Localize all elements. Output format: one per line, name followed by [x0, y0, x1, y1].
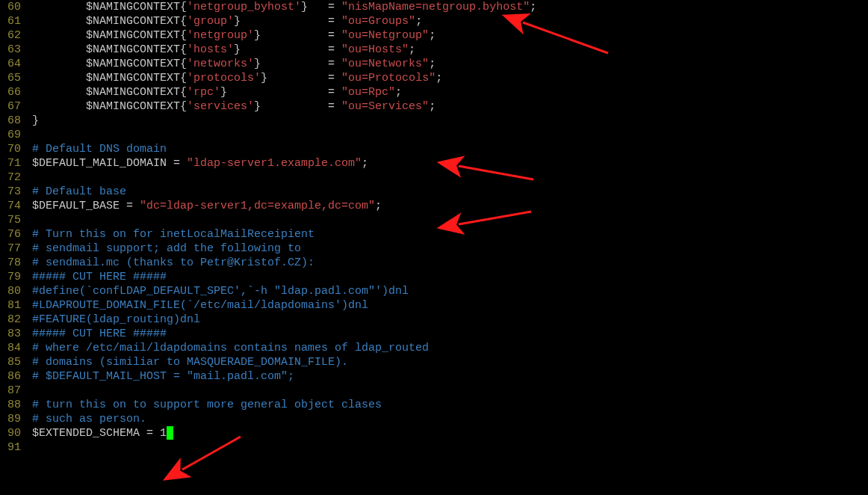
code-token: $NAMINGCONTEXT{: [25, 86, 187, 99]
code-line[interactable]: 84 # where /etc/mail/ldapdomains contain…: [0, 341, 868, 355]
code-content[interactable]: }: [25, 114, 868, 128]
code-line[interactable]: 73 # Default base: [0, 185, 868, 199]
code-line[interactable]: 63 $NAMINGCONTEXT{'hosts'} = "ou=Hosts";: [0, 43, 868, 57]
code-line[interactable]: 67 $NAMINGCONTEXT{'services'} = "ou=Serv…: [0, 99, 868, 114]
code-content[interactable]: [25, 213, 868, 227]
code-content[interactable]: # domains (similiar to MASQUERADE_DOMAIN…: [25, 355, 868, 369]
code-content[interactable]: #FEATURE(ldap_routing)dnl: [25, 313, 868, 327]
code-token: # sendmail support; add the following to: [25, 242, 301, 255]
code-line[interactable]: 65 $NAMINGCONTEXT{'protocols'} = "ou=Pro…: [0, 71, 868, 85]
code-line[interactable]: 78 # sendmail.mc (thanks to Petr@Kristof…: [0, 256, 868, 270]
code-content[interactable]: $NAMINGCONTEXT{'rpc'} = "ou=Rpc";: [25, 85, 868, 99]
line-number: 85: [0, 355, 25, 369]
code-token: $NAMINGCONTEXT{: [25, 58, 187, 70]
line-number: 88: [0, 398, 25, 412]
code-content[interactable]: $DEFAULT_MAIL_DOMAIN = "ldap-server1.exa…: [25, 156, 868, 170]
code-line[interactable]: 61 $NAMINGCONTEXT{'group'} = "ou=Groups"…: [0, 14, 868, 28]
code-content[interactable]: # Default DNS domain: [25, 142, 868, 156]
code-line[interactable]: 69: [0, 128, 868, 142]
code-line[interactable]: 89 # such as person.: [0, 412, 868, 426]
line-number: 63: [0, 43, 25, 57]
code-line[interactable]: 85 # domains (similiar to MASQUERADE_DOM…: [0, 355, 868, 369]
code-content[interactable]: [25, 170, 868, 185]
code-line[interactable]: 82 #FEATURE(ldap_routing)dnl: [0, 313, 868, 327]
code-line[interactable]: 70 # Default DNS domain: [0, 142, 868, 156]
code-line[interactable]: 74 $DEFAULT_BASE = "dc=ldap-server1,dc=e…: [0, 199, 868, 213]
code-line[interactable]: 66 $NAMINGCONTEXT{'rpc'} = "ou=Rpc";: [0, 85, 868, 99]
code-content[interactable]: $NAMINGCONTEXT{'hosts'} = "ou=Hosts";: [25, 43, 868, 57]
code-line[interactable]: 86 # $DEFAULT_MAIL_HOST = "mail.padl.com…: [0, 369, 868, 384]
code-line[interactable]: 79 ##### CUT HERE #####: [0, 270, 868, 284]
code-content[interactable]: # where /etc/mail/ldapdomains contains n…: [25, 341, 868, 355]
code-content[interactable]: # sendmail support; add the following to: [25, 242, 868, 256]
code-token: # such as person.: [25, 413, 146, 425]
code-line[interactable]: 91: [0, 440, 868, 455]
code-line[interactable]: 62 $NAMINGCONTEXT{'netgroup'} = "ou=Netg…: [0, 28, 868, 43]
code-content[interactable]: $NAMINGCONTEXT{'services'} = "ou=Service…: [25, 99, 868, 114]
code-line[interactable]: 76 # Turn this on for inetLocalMailRecei…: [0, 227, 868, 242]
code-line[interactable]: 75: [0, 213, 868, 227]
code-line[interactable]: 60 $NAMINGCONTEXT{'netgroup_byhost'} = "…: [0, 0, 868, 14]
code-line[interactable]: 80 #define(`confLDAP_DEFAULT_SPEC',`-h "…: [0, 284, 868, 298]
code-content[interactable]: ##### CUT HERE #####: [25, 270, 868, 284]
code-editor[interactable]: 60 $NAMINGCONTEXT{'netgroup_byhost'} = "…: [0, 0, 868, 455]
code-token: } =: [234, 43, 341, 56]
line-number: 67: [0, 99, 25, 114]
code-token: 'netgroup_byhost': [187, 1, 301, 13]
line-number: 80: [0, 284, 25, 298]
code-line[interactable]: 88 # turn this on to support more genera…: [0, 398, 868, 412]
line-number: 84: [0, 341, 25, 355]
code-content[interactable]: $NAMINGCONTEXT{'netgroup'} = "ou=Netgrou…: [25, 28, 868, 43]
line-number: 61: [0, 14, 25, 28]
code-token: ;: [429, 58, 435, 70]
code-token: #define(`confLDAP_DEFAULT_SPEC',`-h "lda…: [25, 285, 409, 298]
code-token: # $DEFAULT_MAIL_HOST = "mail.padl.com";: [25, 370, 294, 383]
code-token: $NAMINGCONTEXT{: [25, 100, 187, 113]
code-token: ;: [429, 100, 435, 113]
code-line[interactable]: 83 ##### CUT HERE #####: [0, 327, 868, 341]
code-line[interactable]: 71 $DEFAULT_MAIL_DOMAIN = "ldap-server1.…: [0, 156, 868, 170]
code-token: $DEFAULT_MAIL_DOMAIN =: [25, 157, 187, 170]
code-token: $EXTENDED_SCHEMA = 1: [25, 427, 167, 440]
line-number: 66: [0, 85, 25, 99]
code-line[interactable]: 81 #LDAPROUTE_DOMAIN_FILE(`/etc/mail/lda…: [0, 298, 868, 313]
code-token: #FEATURE(ldap_routing)dnl: [25, 313, 200, 326]
code-content[interactable]: $NAMINGCONTEXT{'netgroup_byhost'} = "nis…: [25, 0, 868, 14]
line-number: 73: [0, 185, 25, 199]
code-token: "dc=ldap-server1,dc=example,dc=com": [140, 200, 375, 212]
code-content[interactable]: $NAMINGCONTEXT{'protocols'} = "ou=Protoc…: [25, 71, 868, 85]
code-line[interactable]: 72: [0, 170, 868, 185]
code-content[interactable]: [25, 128, 868, 142]
code-line[interactable]: 87: [0, 384, 868, 398]
code-content[interactable]: #LDAPROUTE_DOMAIN_FILE(`/etc/mail/ldapdo…: [25, 298, 868, 313]
code-content[interactable]: # such as person.: [25, 412, 868, 426]
code-token: } =: [220, 86, 341, 99]
line-number: 76: [0, 227, 25, 242]
code-line[interactable]: 68 }: [0, 114, 868, 128]
code-token: "ou=Networks": [341, 58, 429, 70]
line-number: 87: [0, 384, 25, 398]
line-number: 81: [0, 298, 25, 313]
code-content[interactable]: [25, 440, 868, 455]
code-content[interactable]: $NAMINGCONTEXT{'networks'} = "ou=Network…: [25, 57, 868, 71]
code-token: $NAMINGCONTEXT{: [25, 29, 187, 42]
code-token: $NAMINGCONTEXT{: [25, 72, 187, 84]
code-content[interactable]: # Turn this on for inetLocalMailReceipie…: [25, 227, 868, 242]
code-content[interactable]: # Default base: [25, 185, 868, 199]
code-content[interactable]: # $DEFAULT_MAIL_HOST = "mail.padl.com";: [25, 369, 868, 384]
code-content[interactable]: $EXTENDED_SCHEMA = 1: [25, 426, 868, 440]
code-line[interactable]: 90 $EXTENDED_SCHEMA = 1: [0, 426, 868, 440]
code-content[interactable]: ##### CUT HERE #####: [25, 327, 868, 341]
code-content[interactable]: $DEFAULT_BASE = "dc=ldap-server1,dc=exam…: [25, 199, 868, 213]
code-line[interactable]: 64 $NAMINGCONTEXT{'networks'} = "ou=Netw…: [0, 57, 868, 71]
code-content[interactable]: #define(`confLDAP_DEFAULT_SPEC',`-h "lda…: [25, 284, 868, 298]
line-number: 62: [0, 28, 25, 43]
code-token: ##### CUT HERE #####: [25, 271, 167, 283]
code-content[interactable]: # sendmail.mc (thanks to Petr@Kristof.CZ…: [25, 256, 868, 270]
code-content[interactable]: $NAMINGCONTEXT{'group'} = "ou=Groups";: [25, 14, 868, 28]
code-content[interactable]: [25, 384, 868, 398]
code-content[interactable]: # turn this on to support more general o…: [25, 398, 868, 412]
code-token: "ou=Protocols": [341, 72, 435, 84]
line-number: 64: [0, 57, 25, 71]
code-line[interactable]: 77 # sendmail support; add the following…: [0, 242, 868, 256]
